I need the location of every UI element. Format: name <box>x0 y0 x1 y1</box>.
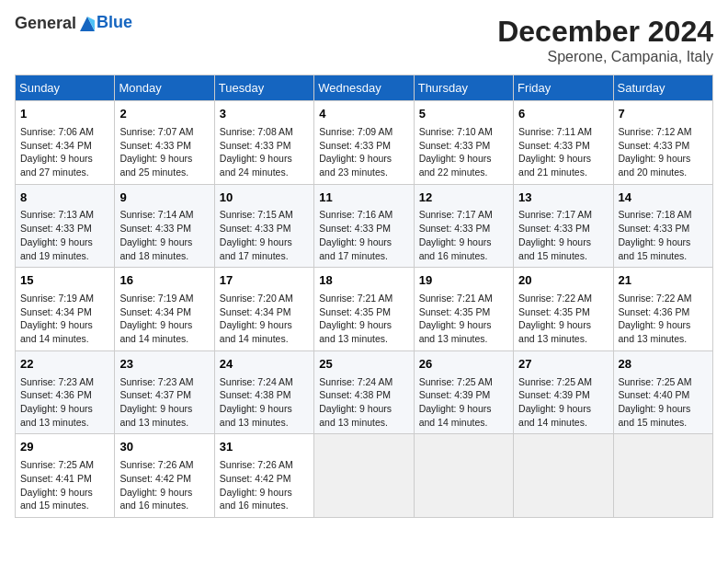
calendar-cell: 3Sunrise: 7:08 AMSunset: 4:33 PMDaylight… <box>214 101 313 185</box>
day-number: 17 <box>220 272 309 290</box>
day-number: 7 <box>619 106 708 123</box>
day-detail: Sunrise: 7:25 AMSunset: 4:39 PMDaylight:… <box>518 375 608 430</box>
day-detail: Sunrise: 7:25 AMSunset: 4:40 PMDaylight:… <box>619 375 708 430</box>
calendar-cell: 4Sunrise: 7:09 AMSunset: 4:33 PMDaylight… <box>314 101 414 185</box>
calendar-cell: 1Sunrise: 7:06 AMSunset: 4:34 PMDaylight… <box>16 101 115 185</box>
day-detail: Sunrise: 7:23 AMSunset: 4:37 PMDaylight:… <box>119 375 209 430</box>
calendar-cell <box>514 434 613 518</box>
calendar-cell: 16Sunrise: 7:19 AMSunset: 4:34 PMDayligh… <box>115 268 214 351</box>
calendar-cell: 7Sunrise: 7:12 AMSunset: 4:33 PMDaylight… <box>613 101 712 185</box>
calendar-cell: 20Sunrise: 7:22 AMSunset: 4:35 PMDayligh… <box>514 268 613 351</box>
day-detail: Sunrise: 7:15 AMSunset: 4:33 PMDaylight:… <box>220 208 309 262</box>
calendar-cell: 25Sunrise: 7:24 AMSunset: 4:38 PMDayligh… <box>314 350 414 434</box>
day-number: 2 <box>119 106 209 123</box>
logo-general: General <box>15 14 76 32</box>
calendar-cell: 13Sunrise: 7:17 AMSunset: 4:33 PMDayligh… <box>514 184 613 268</box>
day-detail: Sunrise: 7:14 AMSunset: 4:33 PMDaylight:… <box>119 208 209 262</box>
day-number: 3 <box>220 106 309 123</box>
day-number: 25 <box>319 356 408 373</box>
day-number: 6 <box>518 106 608 123</box>
day-number: 11 <box>319 190 408 207</box>
day-detail: Sunrise: 7:17 AMSunset: 4:33 PMDaylight:… <box>518 208 608 262</box>
day-detail: Sunrise: 7:25 AMSunset: 4:41 PMDaylight:… <box>20 458 109 512</box>
calendar-cell: 31Sunrise: 7:26 AMSunset: 4:42 PMDayligh… <box>214 434 313 518</box>
day-number: 24 <box>220 356 309 373</box>
day-detail: Sunrise: 7:24 AMSunset: 4:38 PMDaylight:… <box>220 375 309 430</box>
calendar-cell: 21Sunrise: 7:22 AMSunset: 4:36 PMDayligh… <box>613 268 712 351</box>
day-detail: Sunrise: 7:19 AMSunset: 4:34 PMDaylight:… <box>20 292 109 346</box>
calendar-cell: 5Sunrise: 7:10 AMSunset: 4:33 PMDaylight… <box>414 101 513 185</box>
day-number: 16 <box>119 272 209 290</box>
day-detail: Sunrise: 7:19 AMSunset: 4:34 PMDaylight:… <box>119 292 209 346</box>
day-detail: Sunrise: 7:10 AMSunset: 4:33 PMDaylight:… <box>419 125 508 179</box>
day-number: 29 <box>20 439 109 456</box>
logo-icon <box>78 15 97 33</box>
day-detail: Sunrise: 7:17 AMSunset: 4:33 PMDaylight:… <box>419 208 508 262</box>
title-block: December 2024 Sperone, Campania, Italy <box>497 15 713 65</box>
day-number: 28 <box>619 356 708 373</box>
calendar-cell: 29Sunrise: 7:25 AMSunset: 4:41 PMDayligh… <box>16 434 115 518</box>
day-detail: Sunrise: 7:13 AMSunset: 4:33 PMDaylight:… <box>20 208 109 262</box>
day-detail: Sunrise: 7:18 AMSunset: 4:33 PMDaylight:… <box>619 208 708 262</box>
calendar-cell <box>314 434 414 518</box>
day-detail: Sunrise: 7:26 AMSunset: 4:42 PMDaylight:… <box>119 458 209 512</box>
day-number: 1 <box>20 106 109 123</box>
weekday-header-saturday: Saturday <box>613 75 712 101</box>
day-number: 9 <box>119 190 209 207</box>
calendar-cell: 9Sunrise: 7:14 AMSunset: 4:33 PMDaylight… <box>115 184 214 268</box>
day-number: 18 <box>319 272 408 290</box>
calendar-cell: 2Sunrise: 7:07 AMSunset: 4:33 PMDaylight… <box>115 101 214 185</box>
calendar-cell: 26Sunrise: 7:25 AMSunset: 4:39 PMDayligh… <box>414 350 513 434</box>
calendar-cell: 6Sunrise: 7:11 AMSunset: 4:33 PMDaylight… <box>514 101 613 185</box>
calendar-cell: 22Sunrise: 7:23 AMSunset: 4:36 PMDayligh… <box>16 350 115 434</box>
calendar-cell: 8Sunrise: 7:13 AMSunset: 4:33 PMDaylight… <box>16 184 115 268</box>
calendar-cell: 14Sunrise: 7:18 AMSunset: 4:33 PMDayligh… <box>613 184 712 268</box>
weekday-header-monday: Monday <box>115 75 214 101</box>
calendar-cell: 27Sunrise: 7:25 AMSunset: 4:39 PMDayligh… <box>514 350 613 434</box>
calendar-cell: 10Sunrise: 7:15 AMSunset: 4:33 PMDayligh… <box>214 184 313 268</box>
day-number: 20 <box>518 272 608 290</box>
page-header: General Blue December 2024 Sperone, Camp… <box>15 15 713 65</box>
day-detail: Sunrise: 7:20 AMSunset: 4:34 PMDaylight:… <box>220 292 309 346</box>
calendar-cell <box>414 434 513 518</box>
day-detail: Sunrise: 7:23 AMSunset: 4:36 PMDaylight:… <box>20 375 109 430</box>
day-number: 5 <box>419 106 508 123</box>
weekday-header-friday: Friday <box>514 75 613 101</box>
day-number: 19 <box>419 272 508 290</box>
calendar-cell: 23Sunrise: 7:23 AMSunset: 4:37 PMDayligh… <box>115 350 214 434</box>
calendar-cell: 12Sunrise: 7:17 AMSunset: 4:33 PMDayligh… <box>414 184 513 268</box>
weekday-header-tuesday: Tuesday <box>214 75 313 101</box>
day-number: 26 <box>419 356 508 373</box>
day-detail: Sunrise: 7:21 AMSunset: 4:35 PMDaylight:… <box>319 292 408 346</box>
day-number: 21 <box>619 272 708 290</box>
day-number: 22 <box>20 356 109 373</box>
day-detail: Sunrise: 7:16 AMSunset: 4:33 PMDaylight:… <box>319 208 408 262</box>
day-detail: Sunrise: 7:21 AMSunset: 4:35 PMDaylight:… <box>419 292 508 346</box>
calendar-cell: 30Sunrise: 7:26 AMSunset: 4:42 PMDayligh… <box>115 434 214 518</box>
calendar-cell: 18Sunrise: 7:21 AMSunset: 4:35 PMDayligh… <box>314 268 414 351</box>
day-detail: Sunrise: 7:09 AMSunset: 4:33 PMDaylight:… <box>319 125 408 179</box>
calendar-cell: 28Sunrise: 7:25 AMSunset: 4:40 PMDayligh… <box>613 350 712 434</box>
page-title: December 2024 <box>497 15 713 49</box>
day-detail: Sunrise: 7:06 AMSunset: 4:34 PMDaylight:… <box>20 125 109 179</box>
day-number: 8 <box>20 190 109 207</box>
day-detail: Sunrise: 7:26 AMSunset: 4:42 PMDaylight:… <box>220 458 309 512</box>
day-detail: Sunrise: 7:24 AMSunset: 4:38 PMDaylight:… <box>319 375 408 430</box>
day-number: 14 <box>619 190 708 207</box>
day-detail: Sunrise: 7:22 AMSunset: 4:36 PMDaylight:… <box>619 292 708 346</box>
calendar-cell: 19Sunrise: 7:21 AMSunset: 4:35 PMDayligh… <box>414 268 513 351</box>
day-detail: Sunrise: 7:11 AMSunset: 4:33 PMDaylight:… <box>518 125 608 179</box>
day-number: 13 <box>518 190 608 207</box>
calendar-cell: 24Sunrise: 7:24 AMSunset: 4:38 PMDayligh… <box>214 350 313 434</box>
calendar-cell <box>613 434 712 518</box>
calendar-cell: 17Sunrise: 7:20 AMSunset: 4:34 PMDayligh… <box>214 268 313 351</box>
day-number: 12 <box>419 190 508 207</box>
day-number: 23 <box>119 356 209 373</box>
day-detail: Sunrise: 7:08 AMSunset: 4:33 PMDaylight:… <box>220 125 309 179</box>
day-detail: Sunrise: 7:07 AMSunset: 4:33 PMDaylight:… <box>119 125 209 179</box>
weekday-header-wednesday: Wednesday <box>314 75 414 101</box>
day-number: 27 <box>518 356 608 373</box>
day-number: 15 <box>20 272 109 290</box>
day-number: 10 <box>220 190 309 207</box>
weekday-header-thursday: Thursday <box>414 75 513 101</box>
